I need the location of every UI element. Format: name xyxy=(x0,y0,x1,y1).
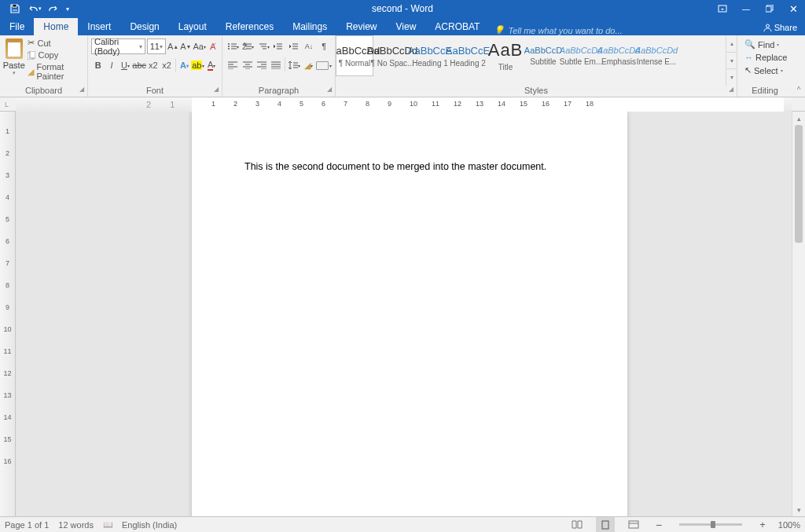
style-item[interactable]: AaBTitle xyxy=(487,35,524,76)
status-page[interactable]: Page 1 of 1 xyxy=(5,520,49,530)
web-layout-button[interactable] xyxy=(624,517,643,533)
ribbon-options-button[interactable] xyxy=(711,1,734,17)
collapse-ribbon-button[interactable]: ^ xyxy=(792,35,805,97)
styles-expand[interactable]: ▾ xyxy=(726,69,737,86)
ruler-corner[interactable]: L xyxy=(0,97,13,111)
align-left-button[interactable] xyxy=(226,57,240,73)
tell-me-search[interactable]: 💡 Tell me what you want to do... xyxy=(494,25,622,35)
replace-button[interactable]: ↔Replace xyxy=(741,51,790,64)
style-item[interactable]: AaBbCcEHeading 1 xyxy=(411,35,449,76)
svg-point-7 xyxy=(228,46,230,47)
inc-indent-button[interactable] xyxy=(286,39,301,54)
scroll-down-button[interactable]: ▾ xyxy=(792,503,805,516)
zoom-slider[interactable] xyxy=(679,523,742,526)
font-color-button[interactable]: A▾ xyxy=(205,57,219,73)
align-center-button[interactable] xyxy=(240,57,254,73)
maximize-button[interactable] xyxy=(758,1,781,17)
style-item[interactable]: AaBbCcDd¶ No Spac... xyxy=(373,35,411,76)
page[interactable]: This is the second document to be merged… xyxy=(192,112,627,516)
tab-review[interactable]: Review xyxy=(336,18,386,35)
style-item[interactable]: AaBbCcEHeading 2 xyxy=(449,35,487,76)
align-right-button[interactable] xyxy=(255,57,269,73)
select-button[interactable]: ↖Select ▾ xyxy=(741,64,790,77)
close-button[interactable]: ✕ xyxy=(781,1,805,17)
copy-button[interactable]: Copy xyxy=(25,50,85,61)
style-preview: AaBbCcDd xyxy=(635,46,678,55)
share-button[interactable]: Share xyxy=(755,20,805,35)
font-launcher[interactable]: ◢ xyxy=(214,86,219,93)
text-effects-button[interactable]: A▾ xyxy=(178,57,191,73)
clipboard-launcher[interactable]: ◢ xyxy=(79,86,84,93)
ribbon-tabs: File Home Insert Design Layout Reference… xyxy=(0,17,805,35)
tab-acrobat[interactable]: ACROBAT xyxy=(425,18,489,35)
format-painter-button[interactable]: ◢Format Painter xyxy=(25,61,85,82)
document-body-text[interactable]: This is the second document to be merged… xyxy=(244,161,575,172)
bold-button[interactable]: B xyxy=(91,57,105,73)
sort-button[interactable]: A↓ xyxy=(301,39,316,54)
bullets-button[interactable]: ▾ xyxy=(226,39,241,54)
style-item[interactable]: AaBbCcDdEmphasis xyxy=(600,35,638,76)
superscript-button[interactable]: x2 xyxy=(160,57,173,73)
svg-rect-5 xyxy=(30,51,35,58)
find-button[interactable]: 🔍Find ▾ xyxy=(741,38,790,51)
tab-view[interactable]: View xyxy=(387,18,426,35)
line-spacing-button[interactable]: ▾ xyxy=(287,57,301,73)
document-canvas[interactable]: This is the second document to be merged… xyxy=(16,112,792,516)
proofing-icon[interactable]: 📖 xyxy=(103,520,112,529)
tab-mailings[interactable]: Mailings xyxy=(283,18,336,35)
italic-button[interactable]: I xyxy=(105,57,118,73)
zoom-out-button[interactable]: − xyxy=(652,519,665,531)
decrease-font-button[interactable]: A▼ xyxy=(180,39,191,54)
scroll-up-button[interactable]: ▴ xyxy=(792,112,805,125)
status-words[interactable]: 12 words xyxy=(58,520,94,530)
minimize-button[interactable]: — xyxy=(734,1,758,17)
font-size-combo[interactable]: 11▾ xyxy=(147,39,166,54)
paragraph-launcher[interactable]: ◢ xyxy=(327,86,332,93)
strike-button[interactable]: abc xyxy=(132,57,146,73)
zoom-level[interactable]: 100% xyxy=(778,520,800,530)
tab-design[interactable]: Design xyxy=(120,18,168,35)
subscript-button[interactable]: x2 xyxy=(146,57,160,73)
clipboard-icon xyxy=(6,39,23,59)
tab-insert[interactable]: Insert xyxy=(78,18,120,35)
font-name-combo[interactable]: Calibri (Body)▾ xyxy=(91,39,145,54)
tab-references[interactable]: References xyxy=(216,18,283,35)
increase-font-button[interactable]: A▲ xyxy=(167,39,178,54)
change-case-button[interactable]: Aa▾ xyxy=(193,39,205,54)
read-mode-button[interactable] xyxy=(568,517,586,533)
tab-home[interactable]: Home xyxy=(34,18,78,35)
styles-gallery[interactable]: AaBbCcDd¶ NormalAaBbCcDd¶ No Spac...AaBb… xyxy=(336,35,726,86)
ribbon: Paste ▾ ✂Cut Copy ◢Format Painter Clipbo… xyxy=(0,35,805,97)
dec-indent-button[interactable] xyxy=(271,39,286,54)
redo-button[interactable] xyxy=(44,1,61,17)
save-button[interactable] xyxy=(6,1,24,17)
cut-button[interactable]: ✂Cut xyxy=(25,37,85,49)
vertical-scrollbar[interactable]: ▴ ▾ xyxy=(792,112,805,516)
scroll-thumb[interactable] xyxy=(795,125,803,243)
style-item[interactable]: AaBbCcDSubtitle xyxy=(524,35,562,76)
qat-customize-button[interactable]: ▾ xyxy=(63,1,72,17)
show-marks-button[interactable]: ¶ xyxy=(317,39,332,54)
shading-button[interactable]: ◢▾ xyxy=(302,57,316,73)
numbering-button[interactable]: 12▾ xyxy=(241,39,255,54)
horizontal-ruler[interactable]: 21123456789101112131415161718 xyxy=(16,97,792,112)
style-item[interactable]: AaBbCcDdIntense E... xyxy=(638,35,675,76)
clear-format-button[interactable]: A̸ xyxy=(208,39,219,54)
styles-launcher[interactable]: ◢ xyxy=(729,86,733,93)
tab-layout[interactable]: Layout xyxy=(169,18,216,35)
zoom-in-button[interactable]: + xyxy=(756,519,769,530)
paste-button[interactable]: Paste ▾ xyxy=(2,37,25,84)
borders-button[interactable]: ▾ xyxy=(316,57,332,73)
tab-file[interactable]: File xyxy=(0,18,34,35)
highlight-button[interactable]: ab▾ xyxy=(191,57,204,73)
multilevel-button[interactable]: ▾ xyxy=(256,39,271,54)
undo-button[interactable]: ▾ xyxy=(25,1,42,17)
underline-button[interactable]: U▾ xyxy=(119,57,132,73)
justify-button[interactable] xyxy=(269,57,283,73)
style-item[interactable]: AaBbCcDdSubtle Em... xyxy=(562,35,600,76)
status-language[interactable]: English (India) xyxy=(122,520,177,530)
vertical-ruler[interactable]: 12345678910111213141516 xyxy=(0,112,16,516)
styles-scroll-down[interactable]: ▾ xyxy=(726,53,737,70)
print-layout-button[interactable] xyxy=(596,517,615,533)
styles-scroll-up[interactable]: ▴ xyxy=(726,35,737,53)
